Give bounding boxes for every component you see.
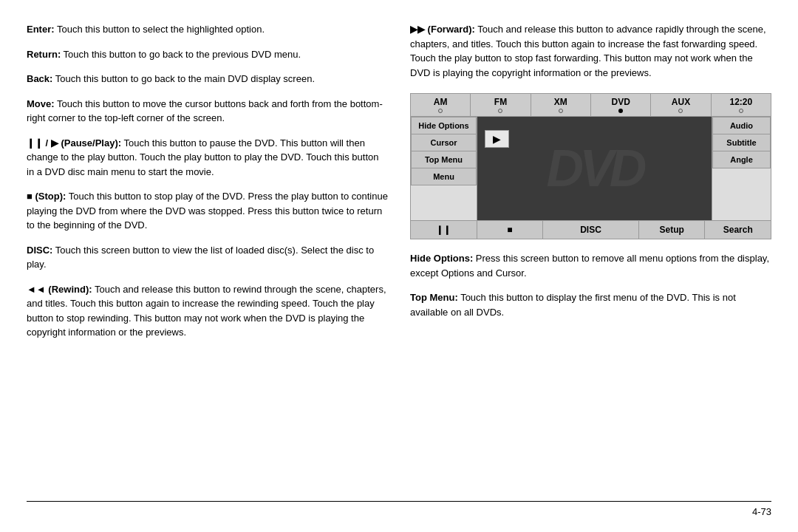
enter-label: Enter: [27,24,55,35]
subtitle-button[interactable]: Subtitle [712,134,771,151]
source-clock: 12:20 [712,94,771,116]
content: Enter: Touch this button to select the h… [27,22,771,494]
dvd-source-bar: AM FM XM DVD [411,94,771,117]
para-move: Move: Touch this button to move the curs… [27,97,388,126]
stop-text: Touch this button to stop play of the DV… [27,191,388,231]
dvd-main: Hide Options Cursor Top Menu Menu DVD ▶ [411,117,771,220]
source-clock-label: 12:20 [729,97,752,107]
setup-button[interactable]: Setup [639,221,706,239]
play-arrow-icon: ▶ [493,133,501,145]
top-menu-text: Touch this button to display the first m… [410,292,736,318]
return-label: Return: [27,49,61,60]
disc-button[interactable]: DISC [543,221,639,239]
rewind-label: ◄◄ (Rewind): [27,284,92,295]
source-dvd-label: DVD [611,97,630,107]
disc-label: DISC: [27,245,52,256]
source-xm[interactable]: XM [531,94,591,116]
page: Enter: Touch this button to select the h… [0,0,798,532]
hide-options-label: Hide Options: [410,253,473,264]
move-text: Touch this button to move the cursor but… [27,98,383,124]
forward-label: ▶▶ (Forward): [410,24,475,35]
source-dvd[interactable]: DVD [591,94,651,116]
left-column: Enter: Touch this button to select the h… [27,22,388,494]
source-am-label: AM [434,97,448,107]
dvd-right-buttons: Audio Subtitle Angle [712,117,771,220]
source-aux[interactable]: AUX [651,94,711,116]
para-top-menu: Top Menu: Touch this button to display t… [410,290,771,319]
enter-text: Touch this button to select the highligh… [55,24,265,35]
page-number: 4-73 [752,506,771,517]
source-fm-dot [498,109,502,113]
search-button[interactable]: Search [705,221,771,239]
dvd-left-buttons: Hide Options Cursor Top Menu Menu [411,117,477,220]
pause-play-label: ❙❙ / ▶ (Pause/Play): [27,137,121,149]
para-stop: ■ (Stop): Touch this button to stop play… [27,189,388,233]
source-fm[interactable]: FM [471,94,531,116]
top-menu-button[interactable]: Top Menu [411,151,477,168]
back-text: Touch this button to go back to the main… [52,73,315,84]
pause-button[interactable]: ❙❙ [411,221,477,239]
para-back: Back: Touch this button to go back to th… [27,72,388,86]
dvd-bottom-bar: ❙❙ ■ DISC Setup Search [411,220,771,239]
para-rewind: ◄◄ (Rewind): Touch and release this butt… [27,282,388,340]
hide-options-button[interactable]: Hide Options [411,117,477,134]
top-menu-label: Top Menu: [410,292,458,303]
move-label: Move: [27,98,55,109]
angle-button[interactable]: Angle [712,151,771,168]
source-dvd-dot [618,109,623,113]
dvd-play-indicator: ▶ [485,130,509,148]
return-text: Touch this button to go back to the prev… [61,49,301,60]
source-clock-dot [739,109,743,113]
cursor-button[interactable]: Cursor [411,134,477,151]
para-forward: ▶▶ (Forward): Touch and release this but… [410,22,771,80]
audio-button[interactable]: Audio [712,117,771,134]
stop-button[interactable]: ■ [477,221,544,239]
footer: 4-73 [27,501,771,517]
stop-label: ■ (Stop): [27,191,66,202]
right-column: ▶▶ (Forward): Touch and release this but… [410,22,771,494]
source-am-dot [438,109,443,113]
para-return: Return: Touch this button to go back to … [27,47,388,62]
source-aux-label: AUX [672,97,690,107]
para-enter: Enter: Touch this button to select the h… [27,22,388,37]
dvd-ui: AM FM XM DVD [410,93,771,239]
para-pause-play: ❙❙ / ▶ (Pause/Play): Touch this button t… [27,136,388,180]
source-xm-label: XM [554,97,567,107]
source-aux-dot [678,109,683,113]
disc-text: Touch this screen button to view the lis… [27,245,374,270]
menu-button[interactable]: Menu [411,168,477,185]
source-fm-label: FM [494,97,507,107]
source-xm-dot [559,109,563,113]
dvd-center-display: DVD ▶ [477,117,712,220]
back-label: Back: [27,73,52,84]
para-hide-options: Hide Options: Press this screen button t… [410,251,771,280]
dvd-logo: DVD [547,139,643,198]
para-disc: DISC: Touch this screen button to view t… [27,243,388,272]
source-am[interactable]: AM [411,94,471,116]
